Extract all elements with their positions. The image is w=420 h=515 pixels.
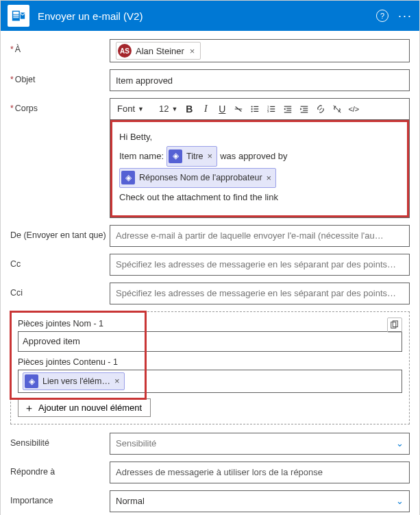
bold-button[interactable]: B <box>182 101 197 117</box>
remove-token-icon[interactable]: × <box>267 170 272 186</box>
bcc-label: Cci <box>10 283 110 298</box>
placeholder-text: Spécifiez les adresses de messagerie en … <box>116 288 404 298</box>
font-select[interactable]: Font ▼ <box>114 102 147 116</box>
svg-rect-1 <box>13 12 18 14</box>
outdent-button[interactable] <box>280 101 295 117</box>
attachment-content-label: Pièces jointes Contenu - 1 <box>18 357 402 367</box>
sensitivity-select[interactable]: Sensibilité ⌄ <box>110 433 410 455</box>
sensitivity-label: Sensibilité <box>10 433 110 448</box>
svg-rect-8 <box>254 108 259 109</box>
caret-down-icon: ▼ <box>171 106 177 112</box>
outlook-icon <box>8 5 29 27</box>
body-greeting: Hi Betty, <box>119 129 400 145</box>
remove-token-icon[interactable]: × <box>114 376 120 386</box>
avatar: AS <box>118 44 132 58</box>
from-input[interactable]: Adresse e-mail à partir de laquelle envo… <box>110 225 410 247</box>
svg-rect-25 <box>301 112 308 112</box>
underline-button[interactable]: U <box>214 101 230 117</box>
recipient-chip[interactable]: AS Alan Steiner × <box>116 42 201 60</box>
body-text: was approved by <box>220 148 287 164</box>
svg-rect-23 <box>304 108 308 109</box>
attachment-name-label: Pièces jointes Nom - 1 <box>18 319 402 328</box>
card-header: Envoyer un e-mail (V2) ? ··· <box>1 1 419 31</box>
svg-rect-6 <box>254 106 259 107</box>
bullet-list-button[interactable] <box>247 101 262 117</box>
from-label: De (Envoyer en tant que) <box>10 225 110 240</box>
svg-point-9 <box>251 110 253 112</box>
card-title: Envoyer un e-mail (V2) <box>38 10 376 22</box>
body-label: Corps <box>10 98 110 113</box>
svg-rect-3 <box>13 16 18 18</box>
placeholder-text: Adresses de messagerie à utiliser lors d… <box>116 467 323 477</box>
svg-point-5 <box>251 106 253 107</box>
link-button[interactable] <box>313 101 328 117</box>
svg-rect-10 <box>254 111 259 112</box>
attachment-name-input[interactable]: Approved item <box>18 331 402 352</box>
body-text: Item name: <box>119 148 164 164</box>
svg-rect-2 <box>13 15 18 16</box>
dynamic-content-icon: ◈ <box>169 149 182 163</box>
svg-rect-24 <box>304 110 308 110</box>
dynamic-content-icon: ◈ <box>121 171 135 184</box>
indent-button[interactable] <box>297 101 312 117</box>
svg-rect-12 <box>271 106 275 107</box>
italic-button[interactable]: I <box>198 101 213 117</box>
plus-icon: ＋ <box>24 403 34 413</box>
mail-icon <box>11 8 26 23</box>
dynamic-token-titre[interactable]: ◈ Titre × <box>166 146 217 166</box>
numbered-list-button[interactable]: 123 <box>264 101 279 117</box>
chevron-down-icon: ⌄ <box>396 496 404 506</box>
recipient-name: Alan Steiner <box>136 46 184 56</box>
help-icon[interactable]: ? <box>376 10 388 22</box>
svg-point-7 <box>251 108 253 110</box>
dynamic-token-approver[interactable]: ◈ Réponses Nom de l'approbateur × <box>119 168 276 188</box>
placeholder-text: Sensibilité <box>116 438 396 448</box>
subject-value: Item approved <box>116 75 173 86</box>
svg-rect-17 <box>284 106 292 107</box>
to-field[interactable]: AS Alan Steiner × <box>110 39 410 62</box>
code-view-button[interactable]: </> <box>346 101 361 117</box>
svg-rect-19 <box>287 110 292 110</box>
replyto-label: Répondre à <box>10 462 110 477</box>
strikethrough-button[interactable] <box>231 101 246 117</box>
richtext-editor: Font ▼ 12 ▼ B I U <box>110 98 410 218</box>
svg-rect-16 <box>271 111 275 112</box>
add-attachment-button[interactable]: ＋ Ajouter un nouvel élément <box>18 398 151 417</box>
svg-rect-20 <box>284 112 292 112</box>
cc-input[interactable]: Spécifiez les adresses de messagerie en … <box>110 254 410 276</box>
richtext-body[interactable]: Hi Betty, Item name: ◈ Titre × was appro… <box>110 120 409 217</box>
bcc-input[interactable]: Spécifiez les adresses de messagerie en … <box>110 283 410 304</box>
svg-text:3: 3 <box>267 110 269 113</box>
replyto-input[interactable]: Adresses de messagerie à utiliser lors d… <box>110 462 410 483</box>
to-label: À <box>10 39 110 54</box>
attachment-content-input[interactable]: ◈ Lien vers l'élém… × <box>18 370 402 393</box>
importance-select[interactable]: Normal ⌄ <box>110 490 410 512</box>
cc-label: Cc <box>10 254 110 269</box>
dynamic-token-link[interactable]: ◈ Lien vers l'élém… × <box>23 372 125 390</box>
richtext-toolbar: Font ▼ 12 ▼ B I U <box>110 99 409 120</box>
placeholder-text: Adresse e-mail à partir de laquelle envo… <box>116 230 404 241</box>
attachments-section: Pièces jointes Nom - 1 Approved item Piè… <box>10 311 410 424</box>
placeholder-text: Spécifiez les adresses de messagerie en … <box>116 259 404 270</box>
subject-input[interactable]: Item approved <box>110 69 410 91</box>
send-email-card: Envoyer un e-mail (V2) ? ··· À AS Alan S… <box>0 0 420 515</box>
subject-label: Objet <box>10 69 110 84</box>
importance-value: Normal <box>116 496 145 506</box>
caret-down-icon: ▼ <box>138 106 144 112</box>
attachment-picker-icon[interactable] <box>387 318 402 333</box>
fontsize-select[interactable]: 12 ▼ <box>156 102 180 116</box>
chevron-down-icon: ⌄ <box>396 438 404 448</box>
unlink-button[interactable] <box>330 101 345 117</box>
svg-marker-26 <box>301 108 302 110</box>
remove-recipient-icon[interactable]: × <box>188 46 197 56</box>
body-text: Check out the attachment to find the lin… <box>119 189 400 205</box>
attachment-name-value: Approved item <box>23 336 80 346</box>
svg-rect-14 <box>271 108 275 109</box>
more-icon[interactable]: ··· <box>398 9 412 23</box>
remove-token-icon[interactable]: × <box>208 148 213 164</box>
svg-rect-22 <box>301 106 308 107</box>
importance-label: Importance <box>10 490 110 505</box>
svg-marker-21 <box>284 108 286 110</box>
dynamic-content-icon: ◈ <box>25 374 38 388</box>
svg-rect-18 <box>287 108 292 109</box>
